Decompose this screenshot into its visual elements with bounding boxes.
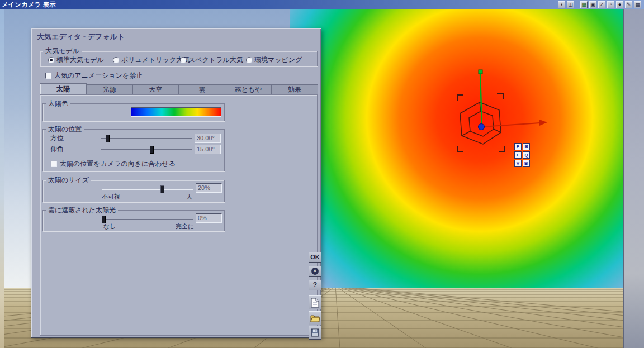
tool-l-icon[interactable]: L — [514, 151, 522, 159]
slider-thumb[interactable] — [106, 135, 110, 142]
cancel-button[interactable]: × — [309, 266, 321, 277]
sun-follow-camera-checkbox[interactable]: 太陽の位置をカメラの向きに合わせる — [51, 159, 176, 169]
checkbox-icon — [45, 73, 51, 79]
tool-q-icon[interactable]: Q — [523, 151, 530, 159]
cloud-occlusion-min-label: なし — [103, 222, 116, 231]
radio-env-mapping[interactable]: 環境マッピング — [246, 55, 302, 65]
object-tool-palette: P ⊞ L Q V ▣ — [514, 143, 531, 167]
save-button[interactable] — [309, 326, 321, 340]
dual-view-icon[interactable]: ◫ — [567, 1, 574, 8]
new-document-button[interactable] — [309, 295, 321, 309]
atmosphere-editor-dialog: 大気エディタ - デフォルト 大気モデル 標準大気モデル ボリュメトリック大気 … — [31, 28, 321, 338]
display-mode-icon[interactable]: ▣ — [589, 1, 596, 8]
slider-track — [102, 189, 193, 190]
atmosphere-model-group: 大気モデル 標準大気モデル ボリュメトリック大気 スペクトラル大気 環境マッピン… — [40, 51, 318, 66]
tab-clouds[interactable]: 雲 — [178, 84, 225, 94]
group-label: 雲に遮蔽された太陽光 — [46, 206, 118, 215]
radio-label: スペクトラル大気 — [188, 55, 243, 65]
elevation-label: 仰角 — [50, 145, 101, 154]
checkbox-label: 大気のアニメーションを禁止 — [54, 71, 143, 80]
timer-icon[interactable]: ◔ — [607, 1, 614, 8]
sun-color-group: 太陽色 — [42, 103, 225, 121]
sun-size-min-label: 不可視 — [102, 193, 120, 201]
radio-icon — [48, 57, 54, 63]
sun-size-value-field[interactable]: 20% — [196, 183, 222, 193]
cancel-x-icon: × — [311, 268, 319, 275]
slider-track — [102, 219, 193, 220]
cloud-occlusion-value-field[interactable]: 0% — [196, 213, 222, 223]
tab-fog-haze[interactable]: 霧ともや — [225, 84, 272, 94]
sun-color-gradient-bar[interactable] — [131, 107, 221, 117]
radio-label: 標準大気モデル — [56, 55, 104, 65]
tool-grid-icon[interactable]: ⊞ — [523, 143, 530, 150]
titlebar-icon-group: ◖ ◫ ▩ ▣ Z ◔ ● ✎ ▦ — [558, 1, 642, 8]
open-folder-icon — [310, 314, 320, 322]
group-label: 太陽の位置 — [46, 125, 84, 134]
radio-label: ボリュメトリック大気 — [121, 55, 190, 65]
new-document-icon — [311, 298, 319, 308]
sun-glow-halo — [290, 9, 644, 308]
tool-box-icon[interactable]: ▣ — [523, 160, 530, 167]
group-label: 太陽色 — [46, 99, 70, 108]
open-file-button[interactable] — [309, 311, 321, 325]
right-frame-strip — [623, 9, 644, 348]
tab-effects[interactable]: 効果 — [271, 84, 318, 94]
application-window: メインカメラ 表示 ◖ ◫ ▩ ▣ Z ◔ ● ✎ ▦ — [0, 0, 644, 348]
tool-v-icon[interactable]: V — [514, 160, 522, 167]
sun-tab-panel: 太陽色 太陽の位置 方位 30.00° 仰角 — [40, 94, 318, 336]
elevation-slider[interactable] — [101, 146, 192, 154]
elevation-value-field[interactable]: 15.00° — [195, 145, 221, 154]
edit-icon[interactable]: ✎ — [625, 1, 632, 8]
azimuth-label: 方位 — [50, 134, 101, 143]
panel-icon[interactable]: ▦ — [634, 1, 641, 8]
zoom-icon[interactable]: Z — [598, 1, 605, 8]
group-label: 大気モデル — [43, 46, 82, 56]
slider-thumb[interactable] — [150, 146, 154, 154]
radio-spectral[interactable]: スペクトラル大気 — [180, 55, 243, 65]
cloud-occlusion-group: 雲に遮蔽された太陽光 なし 完全に 0% — [42, 210, 225, 231]
radio-standard-model[interactable]: 標準大気モデル — [48, 55, 104, 65]
sun-position-group: 太陽の位置 方位 30.00° 仰角 15.00° — [42, 129, 225, 171]
left-frame-strip — [0, 9, 4, 348]
cloud-occlusion-max-label: 完全に — [176, 222, 194, 231]
checkbox-label: 太陽の位置をカメラの向きに合わせる — [60, 159, 176, 169]
group-label: 太陽のサイズ — [46, 175, 91, 185]
radio-volumetric[interactable]: ボリュメトリック大気 — [113, 55, 190, 65]
ok-button[interactable]: OK — [309, 252, 321, 263]
render-icon[interactable]: ● — [616, 1, 623, 8]
window-title: メインカメラ 表示 — [2, 1, 56, 9]
dialog-title: 大気エディタ - デフォルト — [37, 32, 125, 42]
slider-track — [101, 149, 192, 150]
radio-icon — [113, 57, 119, 63]
save-disk-icon — [311, 328, 319, 337]
titlebar: メインカメラ 表示 ◖ ◫ ▩ ▣ Z ◔ ● ✎ ▦ — [0, 0, 644, 9]
tab-bar: 太陽 光源 天空 雲 霧ともや 効果 — [40, 84, 318, 94]
tab-sun[interactable]: 太陽 — [40, 83, 87, 94]
render-quality-icon[interactable]: ▩ — [580, 1, 588, 8]
sun-size-group: 太陽のサイズ 不可視 大 20% — [42, 180, 225, 202]
sun-size-slider[interactable] — [102, 185, 193, 193]
help-button[interactable]: ? — [309, 280, 321, 290]
tool-p-icon[interactable]: P — [514, 143, 522, 150]
disable-animation-checkbox[interactable]: 大気のアニメーションを禁止 — [45, 71, 143, 80]
slider-thumb[interactable] — [160, 185, 164, 193]
slider-track — [101, 138, 192, 139]
azimuth-slider[interactable] — [101, 135, 192, 142]
azimuth-value-field[interactable]: 30.00° — [195, 134, 221, 143]
radio-icon — [180, 57, 186, 63]
radio-label: 環境マッピング — [254, 55, 302, 65]
radio-icon — [246, 57, 252, 63]
sun-size-max-label: 大 — [186, 193, 192, 201]
tab-sky[interactable]: 天空 — [132, 84, 179, 94]
tab-light[interactable]: 光源 — [86, 84, 133, 94]
camera-select-icon[interactable]: ◖ — [558, 1, 565, 8]
checkbox-icon — [51, 161, 57, 167]
